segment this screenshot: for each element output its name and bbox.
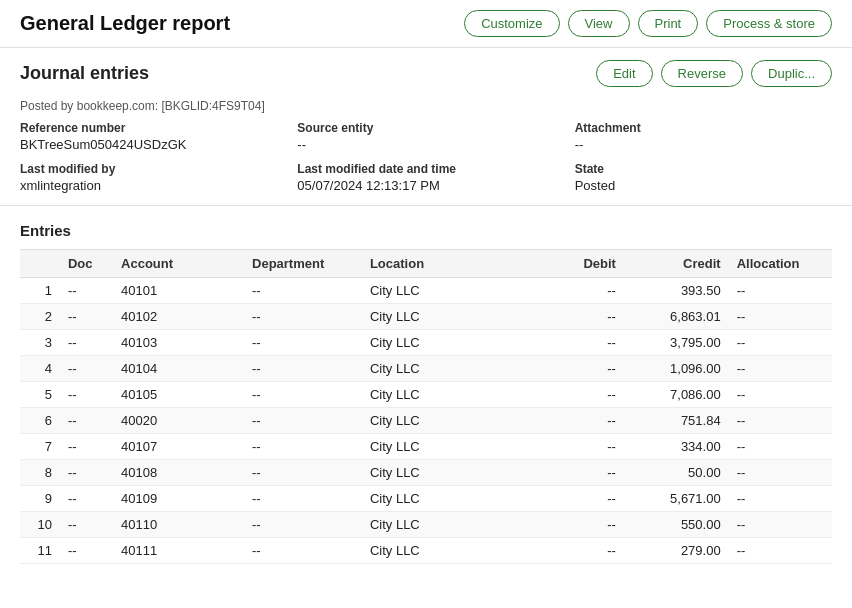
cell-location: City LLC	[362, 486, 519, 512]
table-row[interactable]: 10--40110--City LLC--550.00--	[20, 512, 832, 538]
cell-alloc: --	[729, 538, 832, 564]
table-row[interactable]: 4--40104--City LLC--1,096.00--	[20, 356, 832, 382]
meta-last-modified-datetime: Last modified date and time 05/07/2024 1…	[297, 162, 554, 193]
cell-alloc: --	[729, 486, 832, 512]
cell-dept: --	[244, 356, 362, 382]
meta-reference-number: Reference number BKTreeSum050424USDzGK	[20, 121, 277, 152]
cell-doc: --	[60, 304, 113, 330]
cell-num: 5	[20, 382, 60, 408]
table-row[interactable]: 2--40102--City LLC--6,863.01--	[20, 304, 832, 330]
cell-doc: --	[60, 382, 113, 408]
cell-doc: --	[60, 460, 113, 486]
cell-dept: --	[244, 330, 362, 356]
process-store-button[interactable]: Process & store	[706, 10, 832, 37]
meta-attachment-value: --	[575, 137, 832, 152]
col-header-debit: Debit	[519, 250, 624, 278]
cell-alloc: --	[729, 304, 832, 330]
cell-alloc: --	[729, 512, 832, 538]
cell-debit: --	[519, 278, 624, 304]
col-header-num	[20, 250, 60, 278]
cell-credit: 3,795.00	[624, 330, 729, 356]
edit-button[interactable]: Edit	[596, 60, 652, 87]
cell-location: City LLC	[362, 460, 519, 486]
cell-location: City LLC	[362, 512, 519, 538]
meta-section: Posted by bookkeep.com: [BKGLID:4FS9T04]…	[0, 95, 852, 206]
meta-state-label: State	[575, 162, 832, 176]
cell-credit: 5,671.00	[624, 486, 729, 512]
cell-alloc: --	[729, 382, 832, 408]
meta-attachment-label: Attachment	[575, 121, 832, 135]
cell-num: 7	[20, 434, 60, 460]
table-row[interactable]: 6--40020--City LLC--751.84--	[20, 408, 832, 434]
meta-last-modified-datetime-label: Last modified date and time	[297, 162, 554, 176]
reverse-button[interactable]: Reverse	[661, 60, 743, 87]
cell-doc: --	[60, 408, 113, 434]
cell-num: 6	[20, 408, 60, 434]
view-button[interactable]: View	[568, 10, 630, 37]
cell-debit: --	[519, 512, 624, 538]
cell-account: 40105	[113, 382, 244, 408]
table-row[interactable]: 3--40103--City LLC--3,795.00--	[20, 330, 832, 356]
meta-source-entity: Source entity --	[297, 121, 554, 152]
table-row[interactable]: 9--40109--City LLC--5,671.00--	[20, 486, 832, 512]
table-row[interactable]: 8--40108--City LLC--50.00--	[20, 460, 832, 486]
cell-num: 8	[20, 460, 60, 486]
cell-doc: --	[60, 538, 113, 564]
posted-by-label: Posted by bookkeep.com: [BKGLID:4FS9T04]	[20, 99, 832, 113]
col-header-allocation: Allocation	[729, 250, 832, 278]
cell-dept: --	[244, 382, 362, 408]
cell-debit: --	[519, 538, 624, 564]
cell-credit: 334.00	[624, 434, 729, 460]
customize-button[interactable]: Customize	[464, 10, 559, 37]
meta-reference-number-label: Reference number	[20, 121, 277, 135]
entries-title: Entries	[20, 222, 832, 239]
cell-debit: --	[519, 382, 624, 408]
cell-location: City LLC	[362, 278, 519, 304]
print-button[interactable]: Print	[638, 10, 699, 37]
cell-location: City LLC	[362, 434, 519, 460]
cell-credit: 6,863.01	[624, 304, 729, 330]
cell-num: 2	[20, 304, 60, 330]
cell-doc: --	[60, 486, 113, 512]
cell-dept: --	[244, 408, 362, 434]
cell-credit: 7,086.00	[624, 382, 729, 408]
meta-source-entity-value: --	[297, 137, 554, 152]
cell-account: 40102	[113, 304, 244, 330]
table-row[interactable]: 7--40107--City LLC--334.00--	[20, 434, 832, 460]
meta-reference-number-value: BKTreeSum050424USDzGK	[20, 137, 277, 152]
table-row[interactable]: 5--40105--City LLC--7,086.00--	[20, 382, 832, 408]
meta-last-modified-by-value: xmlintegration	[20, 178, 277, 193]
col-header-account: Account	[113, 250, 244, 278]
cell-alloc: --	[729, 356, 832, 382]
cell-location: City LLC	[362, 382, 519, 408]
duplicate-button[interactable]: Duplic...	[751, 60, 832, 87]
cell-debit: --	[519, 330, 624, 356]
cell-account: 40107	[113, 434, 244, 460]
cell-doc: --	[60, 434, 113, 460]
cell-dept: --	[244, 538, 362, 564]
table-row[interactable]: 11--40111--City LLC--279.00--	[20, 538, 832, 564]
cell-credit: 393.50	[624, 278, 729, 304]
table-row[interactable]: 1--40101--City LLC--393.50--	[20, 278, 832, 304]
cell-debit: --	[519, 434, 624, 460]
cell-dept: --	[244, 304, 362, 330]
cell-credit: 550.00	[624, 512, 729, 538]
cell-doc: --	[60, 512, 113, 538]
cell-location: City LLC	[362, 538, 519, 564]
cell-num: 1	[20, 278, 60, 304]
cell-debit: --	[519, 460, 624, 486]
meta-attachment: Attachment --	[575, 121, 832, 152]
cell-credit: 1,096.00	[624, 356, 729, 382]
cell-credit: 50.00	[624, 460, 729, 486]
cell-account: 40108	[113, 460, 244, 486]
col-header-department: Department	[244, 250, 362, 278]
cell-credit: 279.00	[624, 538, 729, 564]
entries-table: Doc Account Department Location Debit Cr…	[20, 249, 832, 564]
cell-account: 40111	[113, 538, 244, 564]
cell-debit: --	[519, 486, 624, 512]
cell-dept: --	[244, 278, 362, 304]
cell-alloc: --	[729, 330, 832, 356]
cell-account: 40103	[113, 330, 244, 356]
cell-alloc: --	[729, 434, 832, 460]
cell-account: 40109	[113, 486, 244, 512]
